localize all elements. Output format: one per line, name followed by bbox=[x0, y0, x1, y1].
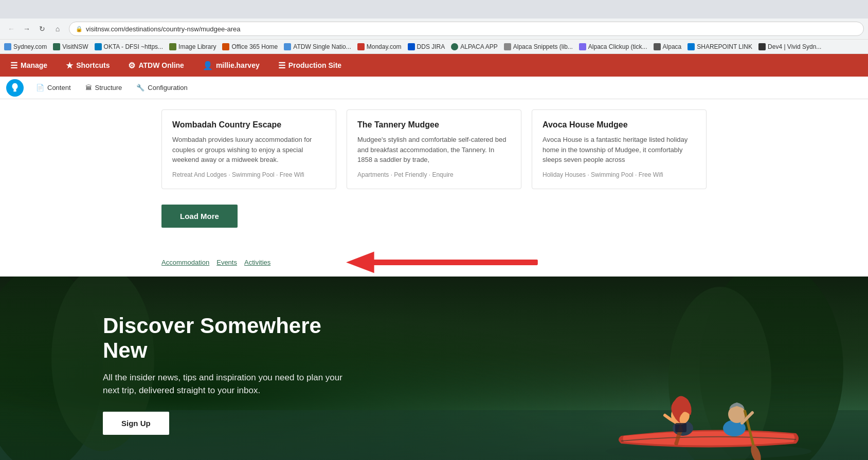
address-bar[interactable]: 🔒 visitnsw.com/destinations/country-nsw/… bbox=[69, 22, 864, 36]
bookmarks-bar: Sydney.com VisitNSW OKTA - DFSI ~https..… bbox=[0, 39, 868, 53]
load-more-button[interactable]: Load More bbox=[161, 205, 238, 228]
drupal-nav: 📄 Content 🏛 Structure 🔧 Configuration bbox=[0, 77, 868, 99]
annotation-arrow bbox=[341, 249, 547, 275]
hero-subtitle: All the insider news, tips and inspirati… bbox=[103, 371, 360, 397]
bookmark-favicon bbox=[688, 43, 695, 50]
bookmark-image-library[interactable]: Image Library bbox=[169, 43, 216, 50]
bookmark-label: VisitNSW bbox=[62, 43, 88, 50]
back-button[interactable]: ← bbox=[4, 22, 19, 36]
filter-accommodation[interactable]: Accommodation bbox=[161, 259, 209, 266]
star-icon: ★ bbox=[66, 61, 73, 70]
bookmark-label: Sydney.com bbox=[13, 43, 47, 50]
admin-shortcuts-label: Shortcuts bbox=[76, 61, 110, 69]
admin-shortcuts[interactable]: ★ Shortcuts bbox=[62, 59, 114, 72]
card-tags: Holiday Houses · Swimming Pool · Free Wi… bbox=[542, 171, 696, 178]
bookmark-alpaca-clickup[interactable]: Alpaca Clickup (tick... bbox=[579, 43, 647, 50]
bookmark-label: ALPACA APP bbox=[460, 43, 498, 50]
bookmark-label: Monday.com bbox=[367, 43, 402, 50]
production-icon: ☰ bbox=[278, 61, 285, 70]
card-title: The Tannery Mudgee bbox=[357, 120, 511, 130]
bookmark-favicon bbox=[53, 43, 60, 50]
drupal-logo bbox=[6, 79, 24, 97]
gear-icon: ⚙ bbox=[128, 61, 135, 70]
lock-icon: 🔒 bbox=[76, 26, 83, 32]
card-description: Wombadah provides luxury accommodation f… bbox=[172, 135, 326, 165]
bookmark-sharepoint[interactable]: SHAREPOINT LINK bbox=[688, 43, 752, 50]
hero-section: Discover Somewhere New All the insider n… bbox=[0, 277, 868, 461]
url-text: visitnsw.com/destinations/country-nsw/mu… bbox=[86, 25, 241, 33]
bookmark-label: SHAREPOINT LINK bbox=[697, 43, 752, 50]
reload-button[interactable]: ↻ bbox=[35, 22, 49, 36]
nav-buttons: ← → ↻ ⌂ bbox=[4, 22, 65, 36]
filter-events[interactable]: Events bbox=[216, 259, 237, 266]
admin-production-label: Production Site bbox=[288, 61, 341, 69]
home-button[interactable]: ⌂ bbox=[50, 22, 65, 36]
bookmark-label: DDS JIRA bbox=[417, 43, 445, 50]
card-title: Wombadah Country Escape bbox=[172, 120, 326, 130]
cards-section: Wombadah Country Escape Wombadah provide… bbox=[151, 109, 717, 277]
bookmark-alpaca[interactable]: Alpaca bbox=[654, 43, 682, 50]
admin-manage-label: Manage bbox=[21, 61, 47, 69]
card-wombadah: Wombadah Country Escape Wombadah provide… bbox=[161, 109, 336, 189]
canoe-illustration bbox=[580, 292, 837, 461]
bookmark-favicon bbox=[284, 43, 291, 50]
bookmark-favicon bbox=[579, 43, 586, 50]
bookmark-label: Alpaca bbox=[663, 43, 682, 50]
admin-production-site[interactable]: ☰ Production Site bbox=[274, 59, 346, 72]
browser-toolbar: ← → ↻ ⌂ 🔒 visitnsw.com/destinations/coun… bbox=[0, 19, 868, 39]
bookmark-favicon bbox=[654, 43, 661, 50]
bookmark-favicon bbox=[758, 43, 766, 50]
bookmark-favicon bbox=[222, 43, 229, 50]
forward-button[interactable]: → bbox=[20, 22, 34, 36]
menu-icon: ☰ bbox=[10, 61, 17, 70]
hero-title: Discover Somewhere New bbox=[103, 314, 360, 363]
admin-user-label: millie.harvey bbox=[216, 61, 260, 69]
bookmark-jira[interactable]: DDS JIRA bbox=[408, 43, 445, 50]
filter-activities[interactable]: Activities bbox=[244, 259, 270, 266]
bookmark-office365[interactable]: Office 365 Home bbox=[222, 43, 278, 50]
sign-up-button[interactable]: Sign Up bbox=[103, 412, 169, 435]
bookmark-favicon bbox=[95, 43, 102, 50]
cards-grid: Wombadah Country Escape Wombadah provide… bbox=[161, 109, 707, 189]
cms-admin-bar: ☰ Manage ★ Shortcuts ⚙ ATDW Online 👤 mil… bbox=[0, 54, 868, 77]
bookmark-visitnsw[interactable]: VisitNSW bbox=[53, 43, 88, 50]
card-tags: Retreat And Lodges · Swimming Pool · Fre… bbox=[172, 171, 326, 178]
admin-user[interactable]: 👤 millie.harvey bbox=[198, 59, 264, 72]
bookmark-alpaca-snippets[interactable]: Alpaca Snippets (lib... bbox=[504, 43, 573, 50]
bookmark-label: ATDW Single Natio... bbox=[293, 43, 351, 50]
structure-label: Structure bbox=[95, 84, 122, 91]
bookmark-label: Alpaca Snippets (lib... bbox=[513, 43, 573, 50]
admin-atdw-online[interactable]: ⚙ ATDW Online bbox=[124, 59, 188, 72]
content-icon: 📄 bbox=[36, 84, 44, 91]
browser-chrome: ← → ↻ ⌂ 🔒 visitnsw.com/destinations/coun… bbox=[0, 0, 868, 54]
bookmark-alpaca-app[interactable]: ALPACA APP bbox=[451, 43, 498, 50]
bookmark-label: Office 365 Home bbox=[231, 43, 278, 50]
nav-configuration[interactable]: 🔧 Configuration bbox=[130, 81, 193, 95]
bookmark-favicon bbox=[4, 43, 11, 50]
svg-marker-1 bbox=[346, 252, 374, 273]
browser-tabs bbox=[0, 0, 868, 19]
config-icon: 🔧 bbox=[136, 84, 144, 91]
structure-icon: 🏛 bbox=[85, 84, 92, 91]
filter-links-area: Accommodation Events Activities bbox=[161, 248, 707, 277]
bookmark-label: Alpaca Clickup (tick... bbox=[588, 43, 647, 50]
bookmark-monday[interactable]: Monday.com bbox=[357, 43, 402, 50]
bookmark-sydney[interactable]: Sydney.com bbox=[4, 43, 47, 50]
admin-atdw-label: ATDW Online bbox=[138, 61, 184, 69]
nav-content[interactable]: 📄 Content bbox=[30, 81, 77, 95]
bookmark-atdw[interactable]: ATDW Single Natio... bbox=[284, 43, 351, 50]
svg-rect-11 bbox=[675, 423, 686, 432]
bookmark-favicon bbox=[408, 43, 415, 50]
card-description: Mudgee's stylish and comfortable self-ca… bbox=[357, 135, 511, 165]
nav-structure[interactable]: 🏛 Structure bbox=[79, 81, 129, 95]
card-description: Avoca House is a fantastic heritage list… bbox=[542, 135, 696, 165]
admin-manage[interactable]: ☰ Manage bbox=[6, 59, 51, 72]
bookmark-label: Dev4 | Vivid Sydn... bbox=[768, 43, 821, 50]
card-tags: Apartments · Pet Friendly · Enquire bbox=[357, 171, 511, 178]
user-icon: 👤 bbox=[203, 61, 213, 70]
bookmark-okta[interactable]: OKTA - DFSI ~https... bbox=[95, 43, 163, 50]
red-arrow-svg bbox=[341, 249, 547, 275]
card-tannery: The Tannery Mudgee Mudgee's stylish and … bbox=[347, 109, 521, 189]
svg-rect-0 bbox=[370, 260, 538, 265]
bookmark-dev4[interactable]: Dev4 | Vivid Sydn... bbox=[758, 43, 821, 50]
